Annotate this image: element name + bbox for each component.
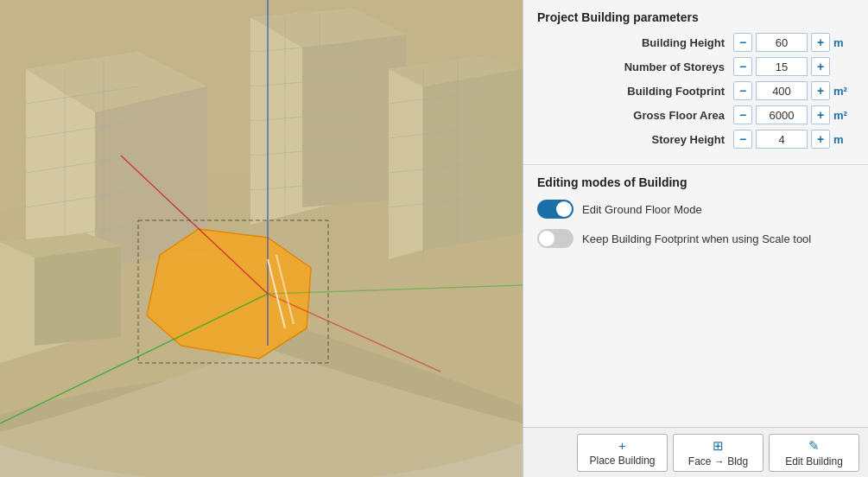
param-decrement-1[interactable]: − (733, 57, 752, 76)
toggle-label-0: Edit Ground Floor Mode (582, 203, 702, 216)
params-title: Project Building parameters (537, 10, 854, 24)
bottom-toolbar: + Place Building ⊞ Face → Bldg ✎ Edit Bu… (523, 427, 868, 477)
param-decrement-4[interactable]: − (733, 130, 752, 149)
param-input-2[interactable] (756, 81, 808, 100)
param-rows-container: Building Height − + m Number of Storeys … (537, 33, 854, 149)
param-increment-3[interactable]: + (811, 105, 830, 124)
param-input-1[interactable] (756, 57, 808, 76)
toolbar-btn-label-0: Place Building (589, 455, 655, 467)
param-decrement-3[interactable]: − (733, 105, 752, 124)
toggle-knob-1 (539, 231, 554, 246)
toggle-knob-0 (556, 201, 572, 217)
toolbar-btn-2[interactable]: ✎ Edit Building (769, 434, 859, 472)
toggle-row-0: Edit Ground Floor Mode (537, 200, 854, 219)
toggle-rows-container: Edit Ground Floor Mode Keep Building Foo… (537, 200, 854, 248)
toolbar-btn-label-1: Face → Bldg (688, 455, 748, 467)
param-unit-2: m² (833, 85, 854, 98)
face-bldg-icon: ⊞ (713, 438, 724, 454)
param-increment-2[interactable]: + (811, 81, 830, 100)
param-control-2: − + m² (733, 81, 854, 100)
toolbar-btn-0[interactable]: + Place Building (577, 434, 668, 472)
param-row-1: Number of Storeys − + (537, 57, 854, 76)
param-increment-4[interactable]: + (811, 130, 830, 149)
param-label-1: Number of Storeys (537, 60, 733, 73)
param-decrement-2[interactable]: − (733, 81, 752, 100)
toggle-label-1: Keep Building Footprint when using Scale… (582, 232, 811, 245)
toggle-row-1: Keep Building Footprint when using Scale… (537, 229, 854, 248)
param-row-0: Building Height − + m (537, 33, 854, 52)
editing-title: Editing modes of Building (537, 175, 854, 189)
toolbar-btn-1[interactable]: ⊞ Face → Bldg (673, 434, 763, 472)
place-building-icon: + (618, 438, 626, 453)
param-decrement-0[interactable]: − (733, 33, 752, 52)
param-label-0: Building Height (537, 36, 733, 49)
right-panel: Project Building parameters Building Hei… (523, 0, 868, 477)
params-section: Project Building parameters Building Hei… (523, 0, 868, 165)
param-control-4: − + m (733, 130, 854, 149)
svg-marker-33 (35, 246, 121, 346)
param-row-3: Gross Floor Area − + m² (537, 105, 854, 124)
param-input-3[interactable] (756, 105, 808, 124)
param-increment-1[interactable]: + (811, 57, 830, 76)
param-unit-4: m (833, 133, 854, 146)
param-row-4: Storey Height − + m (537, 130, 854, 149)
edit-building-icon: ✎ (808, 438, 820, 454)
param-control-1: − + (733, 57, 854, 76)
toggle-switch-1[interactable] (537, 229, 573, 248)
param-increment-0[interactable]: + (811, 33, 830, 52)
toolbar-buttons-container: + Place Building ⊞ Face → Bldg ✎ Edit Bu… (577, 434, 859, 472)
param-label-4: Storey Height (537, 133, 733, 146)
editing-section: Editing modes of Building Edit Ground Fl… (523, 165, 868, 427)
param-row-2: Building Footprint − + m² (537, 81, 854, 100)
param-control-3: − + m² (733, 105, 854, 124)
param-input-4[interactable] (756, 130, 808, 149)
param-label-2: Building Footprint (537, 85, 733, 98)
3d-viewport[interactable] (0, 0, 523, 477)
param-label-3: Gross Floor Area (537, 109, 733, 122)
param-unit-0: m (833, 36, 854, 49)
param-unit-3: m² (833, 109, 854, 122)
toggle-switch-0[interactable] (537, 200, 573, 219)
param-input-0[interactable] (756, 33, 808, 52)
svg-marker-24 (423, 69, 523, 251)
toolbar-btn-label-2: Edit Building (785, 455, 843, 467)
param-control-0: − + m (733, 33, 854, 52)
